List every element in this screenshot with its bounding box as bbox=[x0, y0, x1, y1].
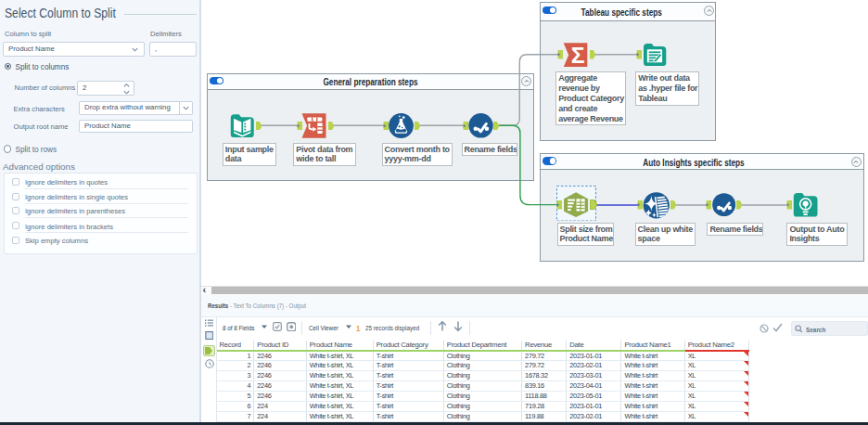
svg-text:Σ: Σ bbox=[571, 43, 585, 67]
